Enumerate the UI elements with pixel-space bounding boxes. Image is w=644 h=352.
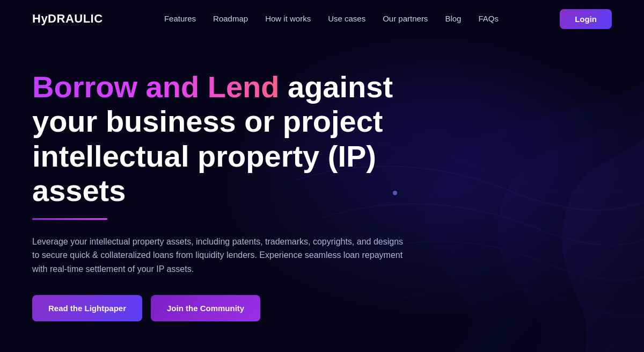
nav-item-use-cases[interactable]: Use cases (328, 14, 365, 24)
hero-headline: Borrow and Lend against your business or… (32, 70, 408, 209)
nav-link-use-cases[interactable]: Use cases (328, 14, 365, 23)
nav-link-blog[interactable]: Blog (445, 14, 461, 23)
dot-decoration (393, 191, 397, 195)
nav-link-features[interactable]: Features (164, 14, 196, 23)
nav-item-faqs[interactable]: FAQs (478, 14, 499, 24)
read-lightpaper-button[interactable]: Read the Lightpaper (32, 295, 142, 321)
hero-headline-gradient: Borrow and Lend (32, 70, 279, 104)
nav-link-our-partners[interactable]: Our partners (383, 14, 428, 23)
nav-item-features[interactable]: Features (164, 14, 196, 24)
nav-item-roadmap[interactable]: Roadmap (213, 14, 248, 24)
nav-item-our-partners[interactable]: Our partners (383, 14, 428, 24)
hero-divider (32, 218, 107, 220)
hero-buttons: Read the Lightpaper Join the Community (32, 295, 408, 321)
hero-description: Leverage your intellectual property asse… (32, 235, 408, 276)
nav-item-blog[interactable]: Blog (445, 14, 461, 24)
join-community-button[interactable]: Join the Community (151, 295, 260, 321)
nav-link-how-it-works[interactable]: How it works (265, 14, 311, 23)
nav-link-roadmap[interactable]: Roadmap (213, 14, 248, 23)
navbar: HyDRAULIC Features Roadmap How it works … (0, 0, 644, 38)
nav-links: Features Roadmap How it works Use cases … (164, 14, 499, 24)
logo: HyDRAULIC (32, 12, 103, 26)
hero-section: Borrow and Lend against your business or… (0, 38, 440, 321)
nav-link-faqs[interactable]: FAQs (478, 14, 499, 23)
nav-item-how-it-works[interactable]: How it works (265, 14, 311, 24)
login-button[interactable]: Login (560, 9, 612, 29)
